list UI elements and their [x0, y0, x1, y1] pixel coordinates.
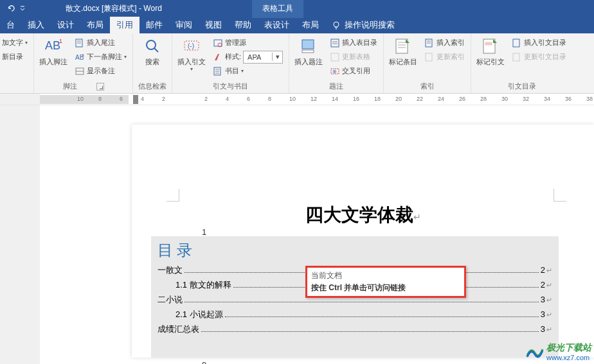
mark-citation-button[interactable]: 标记引文: [475, 35, 506, 78]
ruler-tick: 12: [310, 96, 317, 102]
svg-text:AB: AB: [45, 39, 60, 52]
paragraph-mark-icon: ↵: [546, 296, 552, 304]
group-toc-label: [0, 90, 30, 93]
group-cite-mark-label: 引文目录: [475, 80, 568, 93]
tab-help[interactable]: 帮助: [228, 17, 258, 33]
watermark: 极光下载站 www.xz7.com: [526, 342, 591, 361]
watermark-url: www.xz7.com: [546, 354, 591, 361]
add-text-button[interactable]: 加文字▾: [0, 36, 30, 49]
cross-reference-button[interactable]: ⊕交叉引用: [328, 64, 379, 78]
update-index-button: 更新索引: [422, 50, 467, 64]
svg-text:1: 1: [59, 38, 62, 44]
insert-cite-toc-button[interactable]: 插入引文目录: [510, 36, 568, 49]
show-notes-button[interactable]: 显示备注: [73, 64, 129, 78]
watermark-name: 极光下载站: [546, 342, 591, 352]
toc-page: 3: [541, 295, 545, 304]
line-number: 9: [202, 360, 206, 364]
toc-entry-text: 2.1 小说起源: [158, 309, 223, 320]
biblio-icon: [213, 66, 223, 76]
tab-layout[interactable]: 布局: [80, 17, 110, 33]
footnote-icon: AB1: [43, 36, 64, 56]
tab-view[interactable]: 视图: [199, 17, 228, 33]
style-combo[interactable]: APA▾: [243, 51, 283, 64]
toc-entry-text: 二小说: [158, 294, 183, 306]
tab-insert[interactable]: 插入: [21, 17, 51, 33]
next-footnote-button[interactable]: AB1下一条脚注▾: [73, 50, 129, 64]
footnote-dialog-launcher[interactable]: [96, 83, 104, 91]
update-table-button: 更新表格: [328, 50, 379, 64]
citation-style[interactable]: 样式: APA▾: [211, 50, 285, 64]
insert-index-button[interactable]: 插入索引: [422, 36, 467, 49]
ruler-tick: 24: [438, 96, 444, 102]
document-title[interactable]: 四大文学体裁↵: [132, 203, 594, 227]
svg-rect-25: [331, 39, 339, 47]
tab-table-layout[interactable]: 布局: [296, 17, 325, 33]
tab-review[interactable]: 审阅: [169, 17, 199, 33]
toc-page: 2: [541, 280, 545, 290]
group-footnote-label: 脚注: [63, 82, 77, 91]
ruler-tick: 14: [332, 96, 338, 102]
ruler-tick: 8: [98, 96, 102, 102]
ruler-tick: 2: [204, 96, 208, 102]
mark-citation-icon: [480, 36, 501, 56]
tof-icon: [330, 38, 340, 48]
ruler-tick: 4: [226, 96, 229, 102]
tab-design[interactable]: 设计: [51, 17, 80, 33]
document-title: 散文.docx [兼容模式] - Word: [66, 3, 162, 14]
group-index-label: 索引: [388, 80, 467, 93]
search-button[interactable]: 搜索: [137, 35, 168, 78]
tab-reference[interactable]: 引用: [110, 17, 140, 33]
style-icon: [213, 52, 223, 62]
toc-entry-text: 1.1 散文的解释: [158, 279, 231, 291]
paragraph-mark-icon: ↵: [546, 281, 552, 290]
insert-endnote-button[interactable]: 插入尾注: [73, 36, 129, 49]
manage-sources-button[interactable]: 管理源: [211, 36, 285, 49]
insert-caption-button[interactable]: 插入题注: [293, 35, 324, 78]
ruler-tick: 20: [395, 96, 402, 102]
tell-me[interactable]: 操作说明搜索: [325, 17, 401, 33]
undo-icon[interactable]: [5, 3, 17, 14]
crop-mark-tr-icon: [554, 189, 566, 202]
search-icon: [142, 36, 163, 56]
mark-entry-button[interactable]: 标记条目: [388, 35, 419, 78]
ruler-tick: 26: [459, 96, 465, 102]
insert-table-figures-button[interactable]: 插入表目录: [328, 36, 379, 49]
tooltip-line1: 当前文档: [311, 270, 460, 281]
toc-heading[interactable]: 目录: [158, 240, 552, 261]
horizontal-ruler[interactable]: 1086422468101214161820222426283032343638…: [40, 94, 594, 105]
context-tab-label: 表格工具: [252, 0, 303, 18]
svg-text:1: 1: [82, 53, 85, 57]
toc-entry-text: 一散文: [158, 264, 183, 276]
tab-mail[interactable]: 邮件: [140, 17, 169, 33]
svg-line-14: [154, 48, 158, 52]
paragraph-mark-icon: ↵: [546, 325, 552, 334]
document-page[interactable]: 四大文学体裁↵ 123456789 目录 一散文2↵1.1 散文的解释2↵二小说…: [132, 125, 594, 358]
toc-entry[interactable]: 2.1 小说起源3↵: [158, 309, 552, 324]
tab-table-design[interactable]: 表设计: [258, 17, 296, 33]
svg-rect-42: [513, 53, 519, 61]
paragraph-mark-icon: ↵: [546, 311, 552, 319]
ruler-tick: 6: [247, 96, 250, 102]
crop-mark-tl-icon: [166, 189, 179, 202]
toc-entry[interactable]: 成绩汇总表3↵: [158, 324, 552, 338]
ruler-tick: 10: [289, 96, 296, 102]
svg-point-13: [147, 40, 156, 49]
update-index-icon: [424, 52, 435, 62]
tab-file[interactable]: 台: [0, 17, 21, 33]
toc-page: 3: [541, 324, 545, 334]
update-toc-button[interactable]: 新目录: [0, 50, 30, 64]
update-cite-icon: [512, 52, 522, 62]
insert-footnote-button[interactable]: AB1 插入脚注: [38, 35, 69, 78]
svg-rect-23: [302, 40, 314, 49]
toc-page: 2: [541, 265, 545, 275]
bibliography-button[interactable]: 书目▾: [211, 64, 285, 78]
toc-dots: [201, 331, 539, 332]
insert-citation-button[interactable]: (-) 插入引文▾: [176, 35, 207, 78]
qat-dropdown-icon[interactable]: [18, 3, 27, 14]
toc-entry-text: 成绩汇总表: [158, 324, 199, 335]
svg-rect-40: [485, 42, 492, 45]
tell-me-label: 操作说明搜索: [345, 19, 395, 31]
svg-text:(-): (-): [188, 42, 194, 49]
svg-rect-24: [302, 50, 314, 53]
group-cite-label: 引文与书目: [176, 80, 285, 93]
